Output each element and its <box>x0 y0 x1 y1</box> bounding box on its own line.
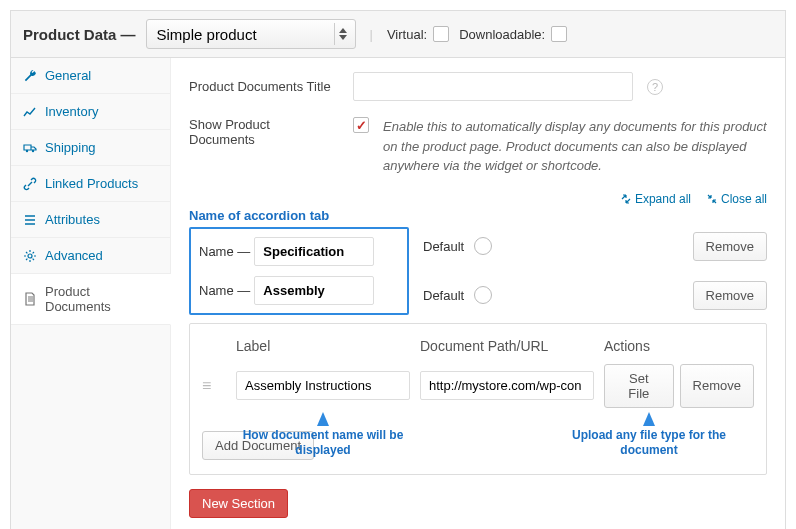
name-prefix: Name — <box>199 283 250 298</box>
sidebar-item-label: Linked Products <box>45 176 138 191</box>
new-section-button[interactable]: New Section <box>189 489 288 518</box>
product-type-select[interactable]: Simple product <box>146 19 356 49</box>
sidebar-item-label: Shipping <box>45 140 96 155</box>
arrow-up-icon <box>317 412 329 426</box>
downloadable-checkbox[interactable] <box>551 26 567 42</box>
sidebar-item-shipping[interactable]: Shipping <box>11 130 170 166</box>
wrench-icon <box>23 69 37 83</box>
callout-tab-name: Name of accordion tab <box>189 208 767 223</box>
col-actions: Actions <box>604 338 754 354</box>
section-name-input-2[interactable] <box>254 276 374 305</box>
collapse-icon <box>707 194 717 204</box>
name-prefix: Name — <box>199 244 250 259</box>
show-documents-help: Enable this to automatically display any… <box>383 117 767 176</box>
sidebar-item-inventory[interactable]: Inventory <box>11 94 170 130</box>
document-label-input[interactable] <box>236 371 410 400</box>
document-icon <box>23 292 37 306</box>
panel-header: Product Data — Simple product | Virtual:… <box>11 11 785 58</box>
virtual-label: Virtual: <box>387 26 449 42</box>
expand-icon <box>621 194 631 204</box>
content-area: Product Documents Title ? Show Product D… <box>171 58 785 529</box>
section-name-input-1[interactable] <box>254 237 374 266</box>
gear-icon <box>23 249 37 263</box>
sidebar-item-linked[interactable]: Linked Products <box>11 166 170 202</box>
remove-section-button-1[interactable]: Remove <box>693 232 767 261</box>
sidebar-item-general[interactable]: General <box>11 58 170 94</box>
sidebar-item-label: Advanced <box>45 248 103 263</box>
default-label: Default <box>423 288 464 303</box>
callout-doc-name: How document name will be displayed <box>236 412 410 459</box>
arrow-up-icon <box>643 412 655 426</box>
document-path-input[interactable] <box>420 371 594 400</box>
expand-all-link[interactable]: Expand all <box>621 192 691 206</box>
drag-handle-icon[interactable]: ≡ <box>202 377 226 395</box>
sidebar-item-product-documents[interactable]: Product Documents <box>11 274 171 325</box>
sidebar: General Inventory Shipping Linked Produc… <box>11 58 171 529</box>
sidebar-item-label: Product Documents <box>45 284 158 314</box>
truck-icon <box>23 141 37 155</box>
remove-section-button-2[interactable]: Remove <box>693 281 767 310</box>
svg-point-1 <box>32 149 34 151</box>
sidebar-item-label: General <box>45 68 91 83</box>
col-path: Document Path/URL <box>420 338 594 354</box>
svg-point-2 <box>28 254 32 258</box>
downloadable-label: Downloadable: <box>459 26 567 42</box>
default-radio-2[interactable] <box>474 286 492 304</box>
list-icon <box>23 213 37 227</box>
default-radio-1[interactable] <box>474 237 492 255</box>
product-data-panel: Product Data — Simple product | Virtual:… <box>10 10 786 529</box>
panel-title: Product Data — <box>23 26 136 43</box>
sidebar-item-label: Attributes <box>45 212 100 227</box>
close-all-link[interactable]: Close all <box>707 192 767 206</box>
col-label: Label <box>236 338 410 354</box>
show-documents-label: Show Product Documents <box>189 117 339 147</box>
documents-title-label: Product Documents Title <box>189 79 339 94</box>
remove-document-button[interactable]: Remove <box>680 364 754 408</box>
sidebar-item-advanced[interactable]: Advanced <box>11 238 170 274</box>
callout-upload: Upload any file type for the document <box>544 412 754 459</box>
set-file-button[interactable]: Set File <box>604 364 674 408</box>
documents-title-input[interactable] <box>353 72 633 101</box>
help-icon[interactable]: ? <box>647 79 663 95</box>
default-label: Default <box>423 239 464 254</box>
sidebar-item-label: Inventory <box>45 104 98 119</box>
sidebar-item-attributes[interactable]: Attributes <box>11 202 170 238</box>
virtual-checkbox[interactable] <box>433 26 449 42</box>
documents-subpanel: Label Document Path/URL Actions ≡ Set Fi… <box>189 323 767 475</box>
chart-icon <box>23 105 37 119</box>
svg-point-0 <box>26 149 28 151</box>
link-icon <box>23 177 37 191</box>
show-documents-checkbox[interactable]: ✓ <box>353 117 369 133</box>
accordion-names-highlight: Name — Name — <box>189 227 409 315</box>
